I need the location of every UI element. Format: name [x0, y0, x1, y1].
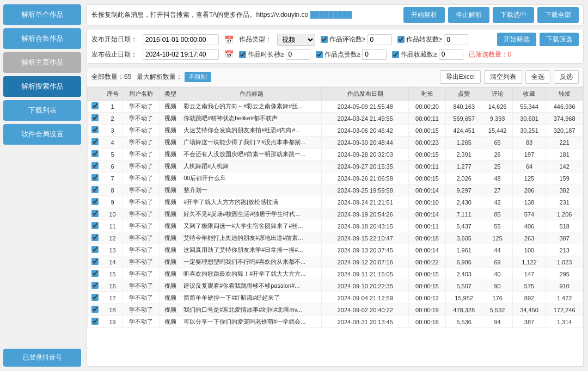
row-checkbox[interactable] [91, 306, 99, 313]
row-seq: 12 [102, 232, 123, 244]
btn-start-parse[interactable]: 开始解析 [403, 7, 445, 23]
btn-start-filter[interactable]: 开始筛选 [497, 33, 536, 46]
btn-logged-account[interactable]: 已登录抖音号 [3, 349, 81, 367]
row-checkbox[interactable] [91, 258, 99, 265]
end-date-input[interactable] [143, 49, 219, 60]
row-collect: 575 [512, 280, 546, 292]
row-checkbox-cell[interactable] [88, 280, 102, 292]
btn-download-all[interactable]: 下载全部 [537, 7, 579, 23]
row-checkbox-cell[interactable] [88, 232, 102, 244]
col-share: 转发 [546, 88, 583, 101]
row-checkbox-cell[interactable] [88, 125, 102, 137]
row-type: 视频 [160, 256, 181, 268]
row-checkbox-cell[interactable] [88, 316, 102, 328]
btn-export-excel[interactable]: 导出Excel [440, 70, 481, 84]
row-checkbox[interactable] [91, 126, 99, 133]
btn-search-work[interactable]: 解析搜索作品 [3, 76, 81, 97]
row-checkbox-cell[interactable] [88, 304, 102, 316]
row-date: 2024-09-11 21:15:05 [322, 268, 409, 280]
btn-download-list[interactable]: 下载列表 [3, 100, 81, 121]
row-collect: 30,251 [512, 125, 546, 137]
start-date-calendar-icon[interactable]: 📅 [224, 35, 234, 44]
row-collect: 83 [512, 137, 546, 149]
row-title: 建议反复观看#你看我跳得够不够passion#... [181, 280, 322, 292]
table-scroll[interactable]: 序号 用户名称 类型 作品标题 作品发布日期 时长 点赞 评论 收藏 转发 [87, 87, 583, 366]
row-checkbox[interactable] [91, 222, 99, 229]
row-checkbox[interactable] [91, 318, 99, 325]
row-title: 整齐划一 [181, 184, 322, 196]
row-duration: 00:00:16 [409, 316, 446, 328]
btn-stop-parse[interactable]: 停止解析 [448, 7, 489, 23]
btn-download-filter[interactable]: 下载筛选 [540, 33, 579, 46]
btn-clear-list[interactable]: 清空列表 [484, 70, 522, 84]
table-row: 18 学不动了 视频 我们的口号是#东北爱情故事#刘国#北境mv... 2024… [88, 304, 583, 316]
start-date-input[interactable] [143, 34, 219, 45]
row-checkbox-cell[interactable] [88, 292, 102, 304]
row-checkbox-cell[interactable] [88, 160, 102, 172]
row-collect: 34,450 [512, 304, 546, 316]
row-title: 简简单单硬控一下#红昭愿#好起来了 [181, 292, 322, 304]
btn-collection-work[interactable]: 解析合集作品 [3, 28, 81, 49]
row-share: 231 [546, 196, 583, 208]
row-checkbox-cell[interactable] [88, 101, 102, 113]
row-checkbox-cell[interactable] [88, 196, 102, 208]
btn-global-settings[interactable]: 软件全局设置 [3, 124, 81, 145]
row-seq: 15 [102, 268, 123, 280]
row-share: 172,246 [546, 304, 583, 316]
row-checkbox-cell[interactable] [88, 208, 102, 220]
row-checkbox-cell[interactable] [88, 172, 102, 184]
duration-input[interactable] [286, 49, 310, 60]
share-input[interactable] [444, 34, 468, 45]
end-date-label: 发布截止日期： [91, 50, 137, 59]
row-type: 视频 [160, 244, 181, 256]
row-share: 910 [546, 280, 583, 292]
end-date-calendar-icon[interactable]: 📅 [224, 50, 234, 59]
likes-checkbox[interactable] [316, 51, 323, 58]
row-checkbox-cell[interactable] [88, 184, 102, 196]
row-checkbox[interactable] [91, 294, 99, 301]
row-checkbox[interactable] [91, 102, 99, 109]
collect-checkbox[interactable] [392, 51, 399, 58]
table-row: 19 学不动了 视频 可以分享一下你们的爱宠吗老铁萌#一学就会... 2024-… [88, 316, 583, 328]
row-checkbox-cell[interactable] [88, 220, 102, 232]
duration-checkbox[interactable] [239, 51, 246, 58]
row-checkbox-cell[interactable] [88, 137, 102, 149]
row-checkbox[interactable] [91, 210, 99, 217]
row-title: 这回真用劲了艾特你朋友来学#日常摇一摇#... [181, 244, 322, 256]
likes-input[interactable] [362, 49, 387, 60]
table-row: 14 学不动了 视频 一定要理想型吗我们不行吗#喜欢的从来都不... 2024-… [88, 256, 583, 268]
row-checkbox[interactable] [91, 162, 99, 169]
row-checkbox[interactable] [91, 174, 99, 181]
row-checkbox[interactable] [91, 246, 99, 253]
btn-download-selected[interactable]: 下载选中 [493, 7, 534, 23]
row-checkbox-cell[interactable] [88, 149, 102, 160]
row-checkbox-cell[interactable] [88, 268, 102, 280]
row-checkbox-cell[interactable] [88, 113, 102, 125]
row-seq: 14 [102, 256, 123, 268]
btn-single-work[interactable]: 解析单个作品 [3, 4, 81, 25]
row-seq: 8 [102, 184, 123, 196]
row-duration: 00:00:10 [409, 196, 446, 208]
type-select[interactable]: 视频图文全部 [277, 34, 315, 46]
row-date: 2024-09-27 20:15:35 [322, 160, 409, 172]
row-user: 学不动了 [123, 196, 160, 208]
share-checkbox[interactable] [397, 36, 405, 43]
btn-unlimited[interactable]: 不限制 [185, 72, 211, 82]
row-checkbox[interactable] [91, 186, 99, 193]
row-checkbox[interactable] [91, 138, 99, 145]
row-checkbox[interactable] [91, 234, 99, 241]
row-checkbox[interactable] [91, 150, 99, 157]
row-checkbox-cell[interactable] [88, 244, 102, 256]
row-checkbox[interactable] [91, 270, 99, 277]
sidebar: 解析单个作品 解析合集作品 解析主页作品 解析搜索作品 下载列表 软件全局设置 … [0, 0, 84, 371]
row-checkbox[interactable] [91, 114, 99, 121]
comment-checkbox[interactable] [321, 36, 328, 43]
btn-invert-select[interactable]: 反选 [554, 70, 579, 84]
row-date: 2024-09-12 20:07:16 [322, 256, 409, 268]
btn-select-all[interactable]: 全选 [525, 70, 550, 84]
row-checkbox[interactable] [91, 198, 99, 205]
row-checkbox-cell[interactable] [88, 256, 102, 268]
comment-input[interactable] [367, 34, 392, 45]
collect-input[interactable] [439, 49, 463, 60]
row-checkbox[interactable] [91, 282, 99, 289]
